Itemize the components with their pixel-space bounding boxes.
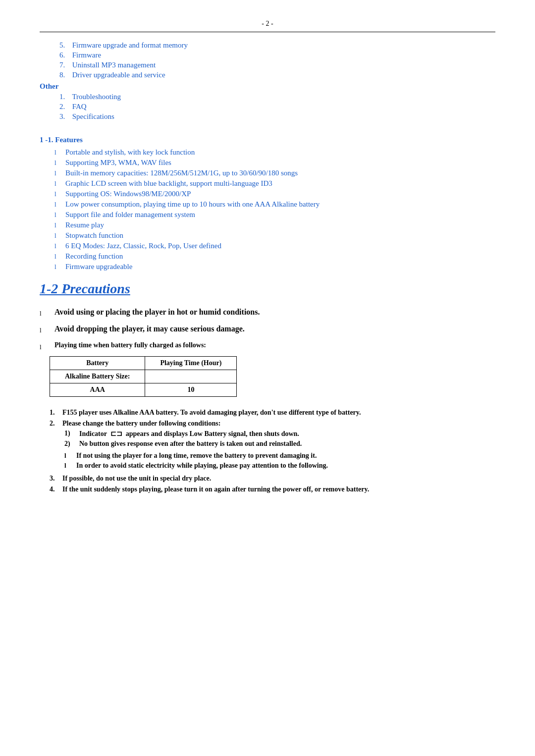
- precaution-item-3: 3. If possible, do not use the unit in s…: [50, 475, 495, 483]
- other-item-3: 3. Specifications: [59, 112, 495, 121]
- precaution-item-2: 2. Please change the battery under follo…: [50, 420, 495, 472]
- sub-bullet-list: l If not using the player for a long tim…: [50, 452, 328, 472]
- precaution-bullet-1: l Avoid using or placing the player in h…: [40, 308, 495, 318]
- other-list: 1. Troubleshooting 2. FAQ 3. Specificati…: [40, 93, 495, 121]
- feature-item-10: lRecording function: [54, 252, 495, 261]
- precaution-bullet-2: l Avoid dropping the player, it may caus…: [40, 324, 495, 334]
- table-row-alkaline: Alkaline Battery Size:: [50, 370, 237, 383]
- page-number: - 2 -: [40, 20, 495, 32]
- col-playing-time-header: Playing Time (Hour): [145, 357, 237, 370]
- alkaline-value-placeholder: [145, 370, 237, 383]
- sub-item-2: 2) No button gives response even after t…: [64, 440, 302, 448]
- features-section: 1 -1. Features lPortable and stylish, wi…: [40, 136, 495, 271]
- feature-item-2: lBuilt-in memory capacities: 128M/256M/5…: [54, 169, 495, 177]
- feature-item-5: lLow power consumption, playing time up …: [54, 200, 495, 209]
- feature-item-1: lSupporting MP3, WMA, WAV files: [54, 159, 495, 167]
- aaa-value: 10: [145, 383, 237, 397]
- precaution-item-4: 4. If the unit suddenly stops playing, p…: [50, 486, 495, 493]
- features-list: lPortable and stylish, with key lock fun…: [40, 148, 495, 271]
- feature-item-7: lResume play: [54, 221, 495, 229]
- sub-bullet-2: l In order to avoid static electricity w…: [64, 462, 328, 470]
- battery-table-wrap: Battery Playing Time (Hour) Alkaline Bat…: [50, 356, 237, 397]
- list-item-7: 7. Uninstall MP3 management: [59, 61, 495, 69]
- sub-item-1: 1) Indicator ⊏⊐ appears and displays Low…: [64, 430, 302, 438]
- alkaline-label: Alkaline Battery Size:: [50, 370, 145, 383]
- battery-table: Battery Playing Time (Hour) Alkaline Bat…: [50, 356, 237, 397]
- features-heading: 1 -1. Features: [40, 136, 495, 144]
- list-item-5: 5. Firmware upgrade and format memory: [59, 41, 495, 50]
- bullet-icon-3: l: [40, 343, 50, 351]
- feature-item-3: lGraphic LCD screen with blue backlight,…: [54, 179, 495, 188]
- bullet-icon-1: l: [40, 310, 50, 318]
- precautions-section: 1-2 Precautions l Avoid using or placing…: [40, 281, 495, 493]
- aaa-label: AAA: [50, 383, 145, 397]
- feature-item-8: lStopwatch function: [54, 231, 495, 240]
- feature-item-4: lSupporting OS: Windows98/ME/2000/XP: [54, 190, 495, 198]
- precaution-item-1: 1. F155 player uses Alkaline AAA battery…: [50, 409, 495, 417]
- bullet-icon-2: l: [40, 326, 50, 334]
- list-item-8: 8. Driver upgradeable and service: [59, 71, 495, 79]
- list-item-6: 6. Firmware: [59, 51, 495, 59]
- other-heading: Other: [40, 82, 495, 91]
- feature-item-9: l6 EQ Modes: Jazz, Classic, Rock, Pop, U…: [54, 242, 495, 250]
- other-item-1: 1. Troubleshooting: [59, 93, 495, 101]
- other-item-2: 2. FAQ: [59, 103, 495, 111]
- precaution-bullet-3: l Playing time when battery fully charge…: [40, 341, 495, 402]
- feature-item-6: lSupport file and folder management syst…: [54, 211, 495, 219]
- sub-bullet-1: l If not using the player for a long tim…: [64, 452, 328, 460]
- feature-item-11: lFirmware upgradeable: [54, 263, 495, 271]
- table-row-aaa: AAA 10: [50, 383, 237, 397]
- sub-numbered-list: 1) Indicator ⊏⊐ appears and displays Low…: [50, 430, 302, 450]
- precaution-numbered-list: 1. F155 player uses Alkaline AAA battery…: [40, 409, 495, 493]
- col-battery-header: Battery: [50, 357, 145, 370]
- numbered-list-5-8: 5. Firmware upgrade and format memory 6.…: [40, 41, 495, 79]
- precautions-title: 1-2 Precautions: [40, 281, 495, 297]
- table-header-row: Battery Playing Time (Hour): [50, 357, 237, 370]
- feature-item-0: lPortable and stylish, with key lock fun…: [54, 148, 495, 157]
